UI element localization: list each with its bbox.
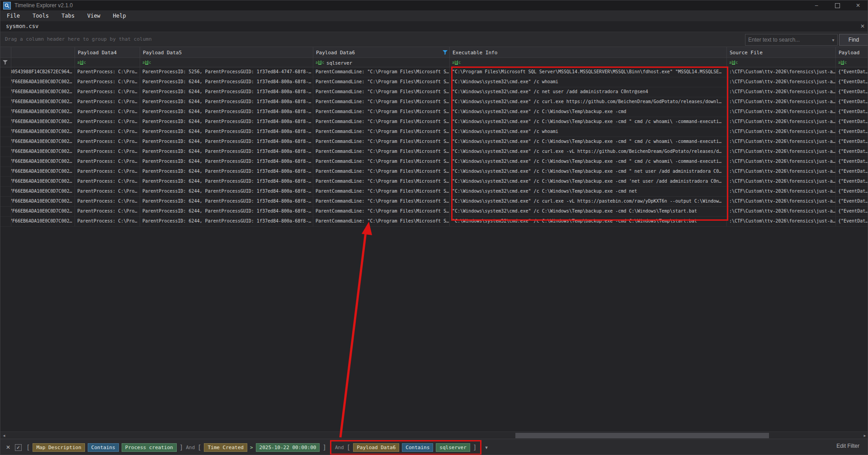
grid-cell[interactable]: ParentProcess: C:\Pro… <box>75 117 140 127</box>
grid-cell[interactable]: "C:\Windows\system32\cmd.exe" /c C:\Wind… <box>450 217 727 226</box>
grid-cell[interactable]: :\CTF\Custom\ttv-2026\forensics\just-a… <box>727 207 836 216</box>
column-header-payload-data5[interactable]: Payload Data5 <box>140 47 313 58</box>
grid-cell[interactable]: ParentProcessID: 6244, ParentProcessGUID… <box>140 147 313 156</box>
grid-cell[interactable]: 7F66EB6ADA10E0C0D7C002… <box>11 217 75 226</box>
table-row[interactable]: 7F66EB6ADA10E0C0D7C002…ParentProcess: C:… <box>0 157 868 167</box>
grid-cell[interactable]: :\CTF\Custom\ttv-2026\forensics\just-a… <box>727 157 836 166</box>
grid-cell[interactable]: ParentCommandLine: "C:\Program Files\Mic… <box>313 77 450 87</box>
filter-cell-payload[interactable]: aBc <box>836 58 868 67</box>
grid-cell[interactable]: ParentProcessID: 6244, ParentProcessGUID… <box>140 167 313 176</box>
menu-view[interactable]: View <box>81 10 107 21</box>
grid-cell[interactable]: ParentCommandLine: "C:\Program Files\Mic… <box>313 167 450 176</box>
grid-cell[interactable]: 7F66EB6ADA10E0C0D7C002… <box>11 207 75 216</box>
grid-cell[interactable]: ParentProcess: C:\Pro… <box>75 167 140 176</box>
filter-cell-blank-0[interactable] <box>0 58 11 67</box>
scroll-left-icon[interactable]: ◄ <box>0 432 8 439</box>
table-row[interactable]: 7F66EB6ADA10E0C0D7C002…ParentProcess: C:… <box>0 107 868 117</box>
grid-cell[interactable]: "C:\Windows\system32\cmd.exe" /c C:\Wind… <box>450 117 727 127</box>
grid-cell[interactable]: ParentCommandLine: "C:\Program Files\Mic… <box>313 127 450 137</box>
table-row[interactable]: 7F66EB6ADA10E0C0D7C002…ParentProcess: C:… <box>0 97 868 107</box>
grid-cell[interactable]: {"EventDat… <box>836 87 868 97</box>
filter-cell-executable-info[interactable]: aBc <box>450 58 727 67</box>
column-header-payload[interactable]: Payload <box>836 47 868 58</box>
grid-cell[interactable]: 7F66EB6ADA10E0C0D7C002… <box>11 87 75 97</box>
grid-cell[interactable]: ParentCommandLine: "C:\Program Files\Mic… <box>313 197 450 206</box>
filter-bracket[interactable]: [ <box>26 444 30 451</box>
grid-cell[interactable]: 7F66EB6ADA10E0C0D7C002… <box>11 167 75 176</box>
menu-tabs[interactable]: Tabs <box>55 10 81 21</box>
grid-cell[interactable]: ParentProcessID: 6244, ParentProcessGUID… <box>140 87 313 97</box>
grid-cell[interactable]: {"EventDat… <box>836 127 868 137</box>
grid-cell[interactable]: :\CTF\Custom\ttv-2026\forensics\just-a… <box>727 67 836 77</box>
grid-cell[interactable]: ParentProcessID: 6244, ParentProcessGUID… <box>140 187 313 196</box>
grid-cell[interactable]: ParentProcessID: 6244, ParentProcessGUID… <box>140 97 313 107</box>
grid-cell[interactable]: {"EventDat… <box>836 157 868 166</box>
grid-cell[interactable]: ParentCommandLine: "C:\Program Files\Mic… <box>313 67 450 77</box>
grid-cell[interactable]: 7F66EB6ADA10E0C0D7C002… <box>11 147 75 156</box>
table-row[interactable]: 7F66EB6ADA10E0C0D7C002…ParentProcess: C:… <box>0 137 868 147</box>
grid-cell[interactable]: ParentProcessID: 6244, ParentProcessGUID… <box>140 177 313 186</box>
grid-cell[interactable]: {"EventDat… <box>836 67 868 77</box>
grid-cell[interactable]: {"EventDat… <box>836 97 868 107</box>
grid-cell[interactable]: :\CTF\Custom\ttv-2026\forensics\just-a… <box>727 177 836 186</box>
grid-cell[interactable]: :\CTF\Custom\ttv-2026\forensics\just-a… <box>727 127 836 137</box>
grid-cell[interactable]: ParentProcessID: 6244, ParentProcessGUID… <box>140 137 313 147</box>
search-input[interactable] <box>745 37 829 43</box>
grid-cell[interactable]: :\CTF\Custom\ttv-2026\forensics\just-a… <box>727 137 836 147</box>
column-header-blank-1[interactable] <box>11 47 75 58</box>
grid-cell[interactable]: ParentProcessID: 6244, ParentProcessGUID… <box>140 207 313 216</box>
grid-cell[interactable]: :\CTF\Custom\ttv-2026\forensics\just-a… <box>727 187 836 196</box>
grid-cell[interactable]: "C:\Program Files\Microsoft SQL Server\M… <box>450 67 727 77</box>
grid-cell[interactable]: ParentCommandLine: "C:\Program Files\Mic… <box>313 107 450 117</box>
grid-cell[interactable]: ParentProcess: C:\Pro… <box>75 197 140 206</box>
grid-cell[interactable]: {"EventDat… <box>836 207 868 216</box>
filter-conjunction[interactable]: And <box>186 445 195 450</box>
filter-bracket[interactable]: ] <box>473 444 476 451</box>
filter-field-badge[interactable]: Time Created <box>204 443 247 452</box>
filter-bracket[interactable]: ] <box>179 444 183 451</box>
grid-cell[interactable]: ParentCommandLine: "C:\Program Files\Mic… <box>313 217 450 226</box>
column-header-payload-data4[interactable]: Payload Data4 <box>75 47 140 58</box>
scroll-right-icon[interactable]: ► <box>861 432 868 439</box>
table-row[interactable]: 7F66EB6ADA10E0C0D7C002…ParentProcess: C:… <box>0 197 868 207</box>
grid-cell[interactable]: ParentCommandLine: "C:\Program Files\Mic… <box>313 137 450 147</box>
restore-button[interactable] <box>827 0 848 10</box>
close-button[interactable]: ✕ <box>848 0 868 10</box>
grid-cell[interactable]: "C:\Windows\system32\cmd.exe" /c whoami <box>450 77 727 87</box>
filter-cell-source-file[interactable]: aBc <box>727 58 836 67</box>
table-row[interactable]: 7F66EB6ADA10E0C0D7C002…ParentProcess: C:… <box>0 147 868 157</box>
grid-cell[interactable]: ParentProcess: C:\Pro… <box>75 107 140 117</box>
grid-cell[interactable]: ParentProcess: C:\Pro… <box>75 127 140 137</box>
menu-help[interactable]: Help <box>107 10 132 21</box>
grid-cell[interactable]: :\CTF\Custom\ttv-2026\forensics\just-a… <box>727 107 836 117</box>
grid-cell[interactable]: "C:\Windows\system32\cmd.exe" /c net use… <box>450 87 727 97</box>
tab-sysmon-csv[interactable]: sysmon.csv <box>6 23 38 29</box>
grid-cell[interactable]: {"EventDat… <box>836 107 868 117</box>
filter-cell-payload-data4[interactable]: aBc <box>75 58 140 67</box>
grid-cell[interactable]: ParentProcess: C:\Pro… <box>75 97 140 107</box>
grid-cell[interactable]: "C:\Windows\system32\cmd.exe" /c C:\Wind… <box>450 137 727 147</box>
grid-cell[interactable]: "C:\Windows\system32\cmd.exe" /c C:\Wind… <box>450 187 727 196</box>
column-header-payload-data6[interactable]: Payload Data6 <box>313 47 450 58</box>
grid-cell[interactable]: ParentProcessID: 6244, ParentProcessGUID… <box>140 197 313 206</box>
grid-cell[interactable]: ParentProcess: C:\Pro… <box>75 157 140 166</box>
grid-cell[interactable]: 7F66EB6ADA10E0C0D7C002… <box>11 177 75 186</box>
grid-cell[interactable]: ParentCommandLine: "C:\Program Files\Mic… <box>313 187 450 196</box>
grid-cell[interactable]: :\CTF\Custom\ttv-2026\forensics\just-a… <box>727 147 836 156</box>
group-by-panel[interactable]: Drag a column header here to group by th… <box>0 32 868 47</box>
grid-cell[interactable]: ParentCommandLine: "C:\Program Files\Mic… <box>313 117 450 127</box>
table-row[interactable]: 7F66EB6ADA10E0C0D7C002…ParentProcess: C:… <box>0 167 868 177</box>
filter-bracket[interactable]: [ <box>347 444 350 451</box>
grid-cell[interactable]: "C:\Windows\system32\cmd.exe" /c C:\Wind… <box>450 207 727 216</box>
grid-cell[interactable]: :\CTF\Custom\ttv-2026\forensics\just-a… <box>727 87 836 97</box>
grid-cell[interactable]: "C:\Windows\system32\cmd.exe" /c C:\Wind… <box>450 107 727 117</box>
grid-cell[interactable]: {"EventDat… <box>836 167 868 176</box>
table-row[interactable]: 7F66EB6ADA10E0C0D7C002…ParentProcess: C:… <box>0 207 868 217</box>
grid-cell[interactable]: ParentCommandLine: "C:\Program Files\Mic… <box>313 177 450 186</box>
grid-cell[interactable]: :\CTF\Custom\ttv-2026\forensics\just-a… <box>727 167 836 176</box>
grid-cell[interactable]: ParentProcess: C:\Pro… <box>75 217 140 226</box>
clear-filter-icon[interactable]: ✕ <box>5 444 11 450</box>
minimize-button[interactable]: – <box>806 0 827 10</box>
scrollbar-thumb[interactable] <box>515 433 769 438</box>
filter-conjunction[interactable]: And <box>335 445 344 450</box>
